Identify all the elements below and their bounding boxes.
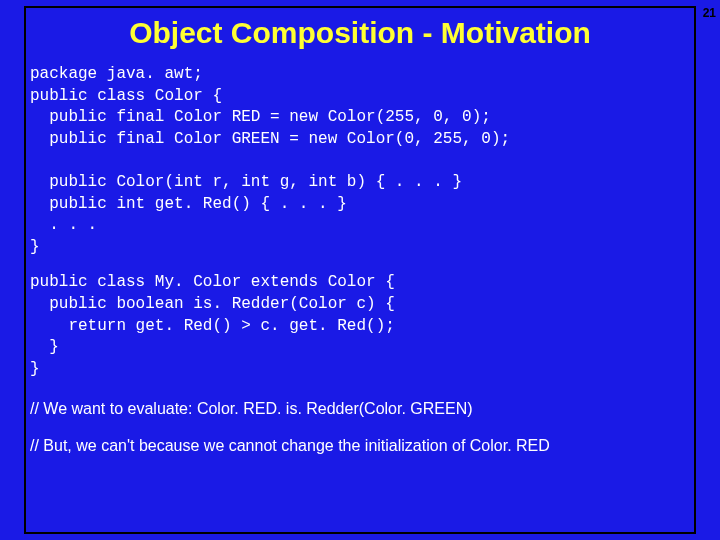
slide-number: 21 bbox=[703, 6, 716, 20]
code-block-2: public class My. Color extends Color { p… bbox=[30, 272, 694, 380]
slide-title: Object Composition - Motivation bbox=[26, 16, 694, 50]
code-block-1: package java. awt; public class Color { … bbox=[30, 64, 694, 258]
slide-frame: Object Composition - Motivation package … bbox=[24, 6, 696, 534]
comment-line-2: // But, we can't because we cannot chang… bbox=[30, 435, 694, 457]
comment-line-1: // We want to evaluate: Color. RED. is. … bbox=[30, 398, 694, 420]
